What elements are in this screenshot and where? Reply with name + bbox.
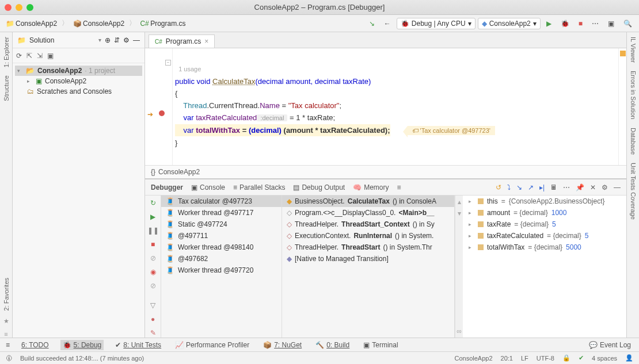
debug-button[interactable]: 🐞 bbox=[557, 18, 573, 29]
thread-row[interactable]: 🧵Tax calculator @497723 bbox=[161, 196, 282, 207]
tool-tab-build[interactable]: 🔨0: Build bbox=[313, 340, 352, 350]
thread-row[interactable]: 🧵 @497682 bbox=[161, 253, 282, 265]
gear-icon[interactable]: ⚙ bbox=[123, 36, 130, 44]
frame-row[interactable]: ◇ExecutionContext.RunInternal() in Syste… bbox=[282, 230, 454, 242]
pause-icon[interactable]: ❚❚ bbox=[147, 227, 159, 235]
pin-icon[interactable]: ● bbox=[151, 315, 155, 323]
debug-tab-memory[interactable]: 🧠Memory bbox=[353, 183, 389, 191]
frames-scroll[interactable]: ▴ ▾ ∞ bbox=[455, 196, 463, 338]
tool-tab-unit-tests[interactable]: ✔8: Unit Tests bbox=[113, 340, 163, 350]
status-bulb-icon[interactable]: 🛈 bbox=[6, 355, 12, 362]
tool-tab-debug[interactable]: 🐞5: Debug bbox=[60, 340, 104, 350]
kill-icon[interactable]: ⊘ bbox=[150, 254, 156, 262]
var-row[interactable]: ▸taxRate = {decimal} 5 bbox=[463, 219, 626, 230]
lock-icon[interactable]: 🔒 bbox=[562, 354, 570, 362]
thread-row[interactable]: 🧵Worker thread @498140 bbox=[161, 242, 282, 253]
tree-scratches-node[interactable]: 🗂 Scratches and Consoles bbox=[15, 86, 142, 97]
frame-row[interactable]: ◇ThreadHelper.ThreadStart() in System.Th… bbox=[282, 242, 454, 253]
debug-tab-console[interactable]: ▣Console bbox=[191, 183, 225, 191]
layout-button[interactable]: ▣ bbox=[604, 18, 618, 29]
step-out-icon[interactable]: ↗ bbox=[528, 183, 534, 191]
thread-row[interactable]: 🧵Worker thread @497717 bbox=[161, 207, 282, 219]
frame-row[interactable]: ◇ThreadHelper.ThreadStart_Context() in S… bbox=[282, 219, 454, 230]
tool-tab-database[interactable]: Database bbox=[630, 127, 637, 156]
frame-row[interactable]: ◆BusinessObject.CalculateTax() in Consol… bbox=[282, 196, 454, 207]
link-icon[interactable]: ∞ bbox=[457, 327, 462, 335]
tree-solution-node[interactable]: ▾ 📂 ConsoleApp2 · 1 project bbox=[15, 66, 142, 76]
error-stripe[interactable] bbox=[618, 48, 626, 165]
chevron-down-icon[interactable]: ▾ bbox=[98, 37, 101, 43]
thread-row[interactable]: 🧵Worker thread @497720 bbox=[161, 265, 282, 276]
collapse-all-icon[interactable]: ⇵ bbox=[114, 36, 120, 44]
run-button[interactable]: ▶ bbox=[543, 18, 555, 29]
breadcrumb-project[interactable]: 📦 ConsoleApp2 bbox=[71, 18, 127, 29]
stop-icon[interactable]: ■ bbox=[151, 240, 155, 248]
tool-tab-terminal[interactable]: ▣Terminal bbox=[361, 340, 400, 350]
tool-tab-structure[interactable]: Structure bbox=[3, 74, 10, 102]
var-row[interactable]: ▸totalWithTax = {decimal} 5000 bbox=[463, 242, 626, 253]
status-person-icon[interactable]: 👤 bbox=[625, 354, 633, 362]
hammer-icon[interactable]: ↘ bbox=[366, 18, 378, 29]
editor-gutter[interactable]: − ➔ bbox=[145, 48, 173, 165]
frames-list[interactable]: ◆BusinessObject.CalculateTax() in Consol… bbox=[282, 196, 455, 338]
tool-tab-coverage[interactable]: Unit Tests Coverage bbox=[630, 162, 637, 221]
tool-tab-explorer[interactable]: 1: Explorer bbox=[3, 36, 10, 68]
code-area[interactable]: 1 usage public void CalculateTax(decimal… bbox=[173, 48, 618, 165]
tool-tab-favorites[interactable]: 2: Favorites bbox=[3, 277, 10, 312]
build-config-dropdown[interactable]: 🐞 Debug | Any CPU ▾ bbox=[397, 18, 476, 29]
tool-tab-ilviewer[interactable]: IL Viewer bbox=[630, 36, 637, 64]
threads-list[interactable]: 🧵Tax calculator @497723 🧵Worker thread @… bbox=[161, 196, 282, 338]
usage-hint[interactable]: 1 usage bbox=[175, 66, 201, 72]
frame-row[interactable]: ◆[Native to Managed Transition] bbox=[282, 253, 454, 265]
thread-row[interactable]: 🧵Static @497724 bbox=[161, 219, 282, 230]
status-encoding[interactable]: UTF-8 bbox=[537, 355, 554, 362]
debug-tab-output[interactable]: ▤Debug Output bbox=[293, 183, 345, 191]
frame-row[interactable]: ◇Program.<>c__DisplayClass0_0.<Main>b__ bbox=[282, 207, 454, 219]
view-icon[interactable]: ▣ bbox=[47, 52, 54, 60]
thread-row[interactable]: 🧵 @497711 bbox=[161, 230, 282, 242]
run-to-cursor-icon[interactable]: ▸| bbox=[539, 183, 545, 191]
show-execution-icon[interactable]: ↺ bbox=[496, 183, 501, 191]
collapse-icon[interactable]: ⇲ bbox=[37, 52, 43, 60]
status-ok-icon[interactable]: ✔ bbox=[579, 354, 584, 362]
more-icon[interactable]: ⋯ bbox=[563, 183, 570, 191]
rerun-icon[interactable]: ↻ bbox=[150, 199, 156, 207]
event-log-button[interactable]: 💬Event Log bbox=[587, 340, 633, 350]
layout-toggle-icon[interactable]: ≡ bbox=[397, 183, 401, 191]
step-over-icon[interactable]: ⤵ bbox=[507, 183, 511, 191]
status-position[interactable]: 20:1 bbox=[501, 355, 513, 362]
collapse-icon[interactable]: ≡ bbox=[4, 331, 7, 338]
expand-icon[interactable]: ⇱ bbox=[26, 52, 32, 60]
collapse-icon[interactable]: ≡ bbox=[6, 341, 10, 349]
filter-icon[interactable]: ▽ bbox=[150, 301, 155, 309]
resume-icon[interactable]: ▶ bbox=[150, 213, 155, 221]
hide-panel-icon[interactable]: — bbox=[614, 183, 621, 191]
tree-project-node[interactable]: ▸ ▣ ConsoleApp2 bbox=[15, 76, 142, 86]
breakpoint-icon[interactable] bbox=[159, 110, 165, 116]
wand-icon[interactable]: ✎ bbox=[150, 329, 156, 337]
debug-tab-parallel[interactable]: ≡Parallel Stacks bbox=[233, 183, 285, 191]
search-everywhere-button[interactable]: 🔍 bbox=[620, 18, 636, 29]
status-indent[interactable]: 4 spaces bbox=[592, 355, 617, 362]
close-panel-icon[interactable]: ✕ bbox=[590, 183, 596, 191]
run-target-dropdown[interactable]: ◆ ConsoleApp2 ▾ bbox=[478, 18, 541, 29]
stop-button[interactable]: ■ bbox=[575, 18, 586, 29]
target-icon[interactable]: ⊕ bbox=[105, 36, 111, 44]
editor-breadcrumb[interactable]: {} ConsoleApp2 bbox=[145, 165, 626, 179]
status-app[interactable]: ConsoleApp2 bbox=[454, 355, 492, 362]
breakpoints-icon[interactable]: ◉ bbox=[150, 268, 156, 276]
star-icon[interactable]: ★ bbox=[3, 317, 9, 325]
sync-icon[interactable]: ⟳ bbox=[16, 52, 22, 60]
down-icon[interactable]: ▾ bbox=[458, 209, 461, 217]
editor-tab[interactable]: C# Program.cs × bbox=[149, 35, 215, 48]
breadcrumb-solution[interactable]: 📁 ConsoleApp2 bbox=[3, 18, 59, 29]
up-icon[interactable]: ▴ bbox=[458, 198, 461, 206]
tool-tab-nuget[interactable]: 📦7: NuGet bbox=[261, 340, 304, 350]
tool-tab-profiler[interactable]: 📈Performance Profiler bbox=[173, 340, 252, 350]
pin-icon[interactable]: 📌 bbox=[576, 183, 584, 191]
tool-tab-todo[interactable]: 6: TODO bbox=[19, 340, 51, 350]
hide-panel-icon[interactable]: — bbox=[133, 36, 140, 44]
evaluate-icon[interactable]: 🖩 bbox=[550, 183, 557, 191]
breadcrumb-file[interactable]: C# Program.cs bbox=[138, 18, 188, 29]
gear-icon[interactable]: ⚙ bbox=[602, 183, 608, 191]
